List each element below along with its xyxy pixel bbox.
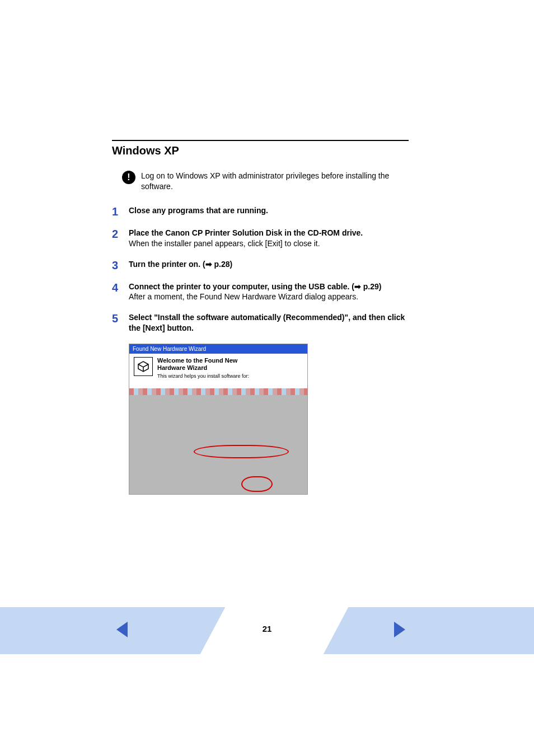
step-detail: After a moment, the Found New Hardware W… <box>129 292 409 302</box>
step-number: 3 <box>112 259 129 271</box>
step-4: 4 Connect the printer to your computer, … <box>112 281 409 303</box>
step-detail: When the installer panel appears, click … <box>129 238 409 249</box>
admin-note-text: Log on to Windows XP with administrator … <box>141 171 409 192</box>
footer-nav: 21 <box>0 607 534 654</box>
hardware-icon <box>134 357 153 376</box>
dialog-texture-strip <box>129 388 307 395</box>
step-title: Select "Install the software automatical… <box>129 312 409 334</box>
step-1: 1 Close any programs that are running. <box>112 205 409 218</box>
step-title: Close any programs that are running. <box>129 205 409 216</box>
wizard-subtitle: This wizard helps you install software f… <box>157 373 249 379</box>
warning-icon: ! <box>122 171 135 184</box>
step-2: 2 Place the Canon CP Printer Solution Di… <box>112 228 409 249</box>
wizard-title-line2: Hardware Wizard <box>157 364 207 371</box>
found-new-hardware-dialog: Found New Hardware Wizard Welcome to the… <box>129 344 308 495</box>
dialog-titlebar: Found New Hardware Wizard <box>129 344 307 354</box>
highlight-ring-option <box>194 445 289 458</box>
admin-note: ! Log on to Windows XP with administrato… <box>112 171 409 192</box>
step-3: 3 Turn the printer on. (➡ p.28) <box>112 259 409 271</box>
step-title: Place the Canon CP Printer Solution Disk… <box>129 228 409 238</box>
highlight-ring-next <box>241 476 273 492</box>
page-number: 21 <box>0 624 534 633</box>
wizard-title-line1: Welcome to the Found New <box>157 357 237 364</box>
step-number: 4 <box>112 281 129 294</box>
step-number: 5 <box>112 312 129 325</box>
step-number: 1 <box>112 205 129 218</box>
step-title: Turn the printer on. (➡ p.28) <box>129 259 409 270</box>
next-page-arrow-icon[interactable] <box>394 622 405 637</box>
step-5: 5 Select "Install the software automatic… <box>112 312 409 334</box>
section-title: Windows XP <box>112 144 409 157</box>
step-title: Connect the printer to your computer, us… <box>129 281 409 292</box>
step-number: 2 <box>112 228 129 240</box>
